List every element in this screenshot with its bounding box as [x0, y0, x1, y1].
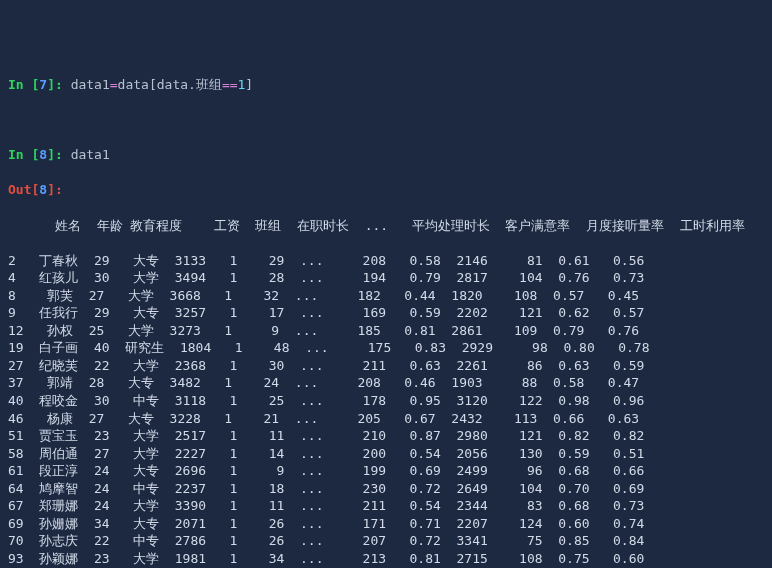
in-prompt: In [8]:: [8, 147, 71, 162]
table-body: 2 丁春秋 29 大专 3133 1 29 ... 208 0.58 2146 …: [8, 252, 764, 568]
table-row: 67 郑珊娜 24 大学 3390 1 11 ... 211 0.54 2344…: [8, 497, 764, 515]
table-row: 27 纪晓芙 22 大学 2368 1 30 ... 211 0.63 2261…: [8, 357, 764, 375]
table-row: 58 周伯通 27 大学 2227 1 14 ... 200 0.54 2056…: [8, 445, 764, 463]
cell-8-input: In [8]: data1: [8, 146, 764, 164]
table-row: 61 段正淳 24 大专 2696 1 9 ... 199 0.69 2499 …: [8, 462, 764, 480]
table-row: 51 贾宝玉 23 大学 2517 1 11 ... 210 0.87 2980…: [8, 427, 764, 445]
table-header: 姓名 年龄 教育程度 工资 班组 在职时长 ... 平均处理时长 客户满意率 月…: [8, 217, 764, 235]
blank-line: [8, 111, 764, 129]
code-8: data1: [71, 147, 110, 162]
table-row: 9 任我行 29 大专 3257 1 17 ... 169 0.59 2202 …: [8, 304, 764, 322]
table-row: 93 孙颖娜 23 大学 1981 1 34 ... 213 0.81 2715…: [8, 550, 764, 568]
table-row: 8 郭芙 27 大学 3668 1 32 ... 182 0.44 1820 1…: [8, 287, 764, 305]
table-row: 64 鸠摩智 24 中专 2237 1 18 ... 230 0.72 2649…: [8, 480, 764, 498]
table-row: 37 郭靖 28 大专 3482 1 24 ... 208 0.46 1903 …: [8, 374, 764, 392]
cell-7-input: In [7]: data1=data[data.班组==1]: [8, 76, 764, 94]
cell-8-out-prompt: Out[8]:: [8, 181, 764, 199]
out-prompt: Out[8]:: [8, 182, 63, 197]
table-row: 70 孙志庆 22 中专 2786 1 26 ... 207 0.72 3341…: [8, 532, 764, 550]
table-row: 2 丁春秋 29 大专 3133 1 29 ... 208 0.58 2146 …: [8, 252, 764, 270]
table-row: 46 杨康 27 大专 3228 1 21 ... 205 0.67 2432 …: [8, 410, 764, 428]
table-row: 4 红孩儿 30 大学 3494 1 28 ... 194 0.79 2817 …: [8, 269, 764, 287]
table-row: 40 程咬金 30 中专 3118 1 25 ... 178 0.95 3120…: [8, 392, 764, 410]
table-row: 69 孙姗娜 34 大专 2071 1 26 ... 171 0.71 2207…: [8, 515, 764, 533]
table-row: 19 白子画 40 研究生 1804 1 48 ... 175 0.83 292…: [8, 339, 764, 357]
table-row: 12 孙权 25 大学 3273 1 9 ... 185 0.81 2861 1…: [8, 322, 764, 340]
in-prompt: In [7]:: [8, 77, 71, 92]
code-7: data1=data[data.班组==1]: [71, 77, 254, 92]
